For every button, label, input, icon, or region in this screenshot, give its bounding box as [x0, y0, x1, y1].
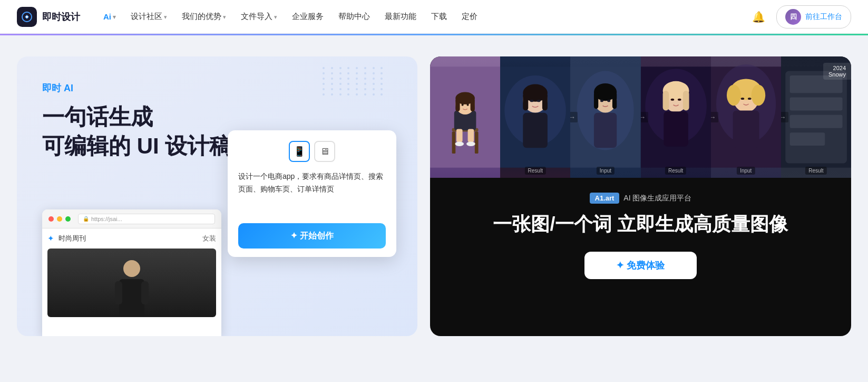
mini-browser: 🔒 https://jsai... ✦ 时尚周刊 女装: [42, 209, 221, 336]
dot-small: [347, 72, 349, 74]
art-badge: A1.art: [590, 193, 620, 204]
ai-image-1: [430, 56, 500, 178]
nav-item-enterprise[interactable]: 企业服务: [286, 8, 330, 25]
svg-rect-26: [523, 93, 528, 110]
nav-item-import[interactable]: 文件导入 ▾: [235, 8, 284, 25]
dot-small: [364, 78, 366, 80]
dot-small: [331, 88, 333, 90]
nav-label-help: 帮助中心: [338, 12, 370, 22]
avatar: 四: [785, 9, 801, 25]
header: 即时设计 Ai ▾ 设计社区 ▾ 我们的优势 ▾ 文件导入 ▾ 企业服务 帮助中…: [0, 0, 868, 34]
dot-small: [331, 78, 333, 80]
svg-rect-60: [790, 98, 843, 111]
dot-small: [381, 67, 383, 69]
arrow-icon-3: →: [711, 112, 718, 122]
nav-label-advantages: 我们的优势: [182, 12, 221, 22]
svg-rect-35: [594, 92, 598, 109]
dot-small: [331, 93, 333, 96]
dot-small: [356, 88, 358, 90]
svg-point-56: [748, 98, 752, 100]
nav-item-help[interactable]: 帮助中心: [332, 8, 376, 25]
svg-point-19: [455, 142, 464, 146]
svg-rect-42: [664, 111, 688, 147]
dot-small: [347, 78, 349, 80]
dot-small: [323, 78, 325, 80]
dot-small: [373, 78, 375, 80]
nav-item-download[interactable]: 下载: [425, 8, 453, 25]
svg-rect-17: [456, 129, 463, 142]
ai-images-strip: Result →: [430, 56, 851, 178]
dot-small: [339, 83, 342, 85]
dot-small: [364, 72, 366, 74]
svg-rect-14: [471, 98, 475, 111]
workspace-btn-label: 前往工作台: [805, 12, 842, 22]
browser-nav: ✦ 时尚周刊 女装: [47, 234, 216, 243]
ai-image-bg-1: [430, 56, 500, 178]
svg-point-15: [462, 104, 464, 106]
dot-small: [323, 83, 325, 85]
ai-prompt-card: 📱 🖥 设计一个电商app，要求有商品详情页、搜索页面、购物车页、订单详情页 ✦…: [228, 130, 396, 257]
browser-content: ✦ 时尚周刊 女装: [42, 228, 221, 322]
ai-image-bg-2: [500, 56, 570, 178]
dot-small: [347, 93, 349, 96]
nav-label-pricing: 定价: [462, 12, 477, 22]
chevron-down-icon: ▾: [113, 14, 116, 21]
nav-item-advantages[interactable]: 我们的优势 ▾: [175, 8, 232, 25]
svg-point-16: [466, 104, 469, 106]
left-card: // Will generate dots inline 即时 AI 一句话生成…: [17, 56, 417, 336]
notification-bell-button[interactable]: 🔔: [749, 7, 768, 26]
svg-rect-36: [612, 92, 617, 109]
main-nav: Ai ▾ 设计社区 ▾ 我们的优势 ▾ 文件导入 ▾ 企业服务 帮助中心 最新功…: [97, 8, 749, 25]
chevron-down-icon: ▾: [274, 14, 277, 21]
dot-small: [364, 67, 366, 69]
dot-small: [347, 88, 349, 90]
svg-point-37: [600, 100, 603, 102]
nav-item-pricing[interactable]: 定价: [455, 8, 484, 25]
svg-point-53: [727, 84, 741, 106]
chevron-down-icon: ▾: [164, 14, 167, 21]
svg-rect-5: [141, 281, 149, 304]
browser-dot-red: [48, 216, 54, 222]
svg-rect-18: [468, 129, 474, 142]
dot-small: [339, 88, 342, 90]
dot-small: [323, 72, 325, 74]
url-text: https://jsai...: [91, 216, 122, 222]
browser-nav-label: 时尚周刊: [58, 234, 86, 243]
dot-small: [339, 78, 342, 80]
image-label-4: Result: [665, 167, 686, 175]
free-experience-button[interactable]: ✦ 免费体验: [584, 252, 696, 279]
dot-small: [331, 72, 333, 74]
svg-point-2: [123, 260, 140, 277]
dot-small: [339, 67, 342, 69]
dot-small: [381, 83, 383, 85]
nav-item-community[interactable]: 设计社区 ▾: [124, 8, 173, 25]
dot-grid: // Will generate dots inline: [323, 67, 386, 96]
svg-point-20: [466, 142, 475, 146]
desktop-icon-button[interactable]: 🖥: [314, 141, 335, 162]
dot-small: [381, 78, 383, 80]
device-toggle: 📱 🖥: [238, 141, 386, 162]
start-create-button[interactable]: ✦ 开始创作: [238, 223, 386, 249]
mobile-icon-button[interactable]: 📱: [289, 141, 310, 162]
svg-rect-13: [455, 98, 460, 111]
header-right: 🔔 四 前往工作台: [749, 5, 851, 28]
nav-item-ai[interactable]: Ai ▾: [97, 9, 122, 24]
svg-point-46: [670, 99, 674, 101]
logo-area[interactable]: 即时设计: [17, 7, 80, 27]
svg-rect-44: [662, 91, 669, 110]
dot-small: [347, 67, 349, 69]
right-card: Result →: [430, 56, 851, 336]
arrow-icon-4: →: [781, 112, 788, 122]
dot-small: [356, 78, 358, 80]
main-content: // Will generate dots inline 即时 AI 一句话生成…: [0, 35, 868, 353]
image-label-5: Input: [737, 167, 755, 175]
image-label-3: Input: [597, 167, 615, 175]
svg-point-55: [740, 98, 744, 100]
logo-icon: [17, 7, 37, 27]
dot-small: [331, 83, 333, 85]
dot-small: [364, 83, 366, 85]
svg-rect-8: [452, 131, 456, 154]
dot-small: [373, 67, 375, 69]
nav-item-new[interactable]: 最新功能: [378, 8, 423, 25]
workspace-button[interactable]: 四 前往工作台: [776, 5, 851, 28]
